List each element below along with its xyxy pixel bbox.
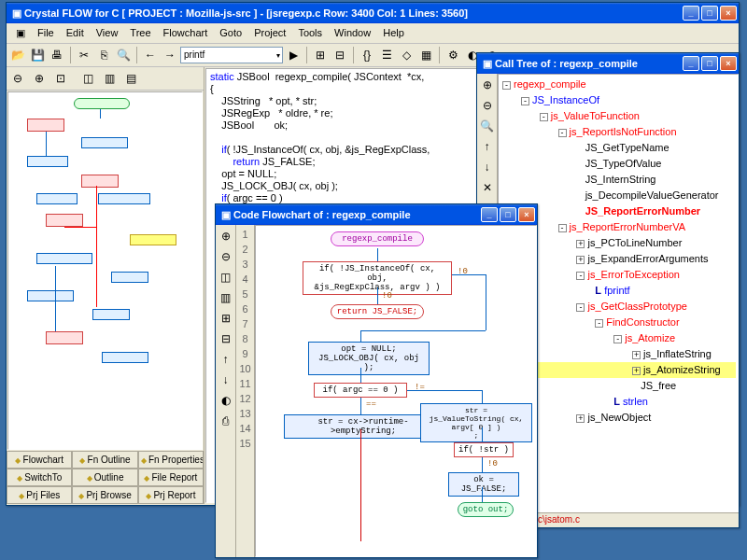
level-marker[interactable]: 12 xyxy=(239,391,250,406)
level-marker[interactable]: 2 xyxy=(242,242,247,257)
tab-fn-outline[interactable]: Fn Outline xyxy=(72,451,137,469)
flowchart-titlebar[interactable]: ▣ Code Flowchart of : regexp_compile _ □… xyxy=(216,204,537,225)
tree-node[interactable]: JS_InternString xyxy=(500,172,736,188)
tab-prj-report[interactable]: Prj Report xyxy=(138,486,204,504)
level-marker[interactable]: 9 xyxy=(242,346,247,361)
app-menu-icon[interactable]: ▣ xyxy=(10,25,31,41)
tool-find-icon[interactable]: 🔍 xyxy=(114,46,133,64)
calltree-titlebar[interactable]: ▣ Call Tree of : regexp_compile _ □ × xyxy=(477,53,739,74)
menu-tools[interactable]: Tools xyxy=(292,25,328,41)
tree-node[interactable]: JS_GetTypeName xyxy=(500,140,736,156)
node-proc4[interactable]: ok = JS_FALSE; xyxy=(448,472,519,497)
tool-fwd-icon[interactable]: → xyxy=(161,46,179,64)
level-marker[interactable]: 6 xyxy=(242,301,247,316)
tool-b-icon[interactable]: ⊟ xyxy=(331,46,349,64)
fw-2-icon[interactable]: ▥ xyxy=(217,288,235,307)
menu-tree[interactable]: Tree xyxy=(124,25,156,41)
node-if3[interactable]: if( !str ) xyxy=(454,442,514,457)
menu-edit[interactable]: Edit xyxy=(61,25,90,41)
level-marker[interactable]: 15 xyxy=(239,436,250,451)
tab-prj-browse[interactable]: Prj Browse xyxy=(72,486,137,504)
tool-open-icon[interactable]: 📂 xyxy=(8,46,27,64)
tool-back-icon[interactable]: ← xyxy=(141,46,160,64)
tab-outline[interactable]: Outline xyxy=(72,469,137,486)
tool-flow-icon[interactable]: ◇ xyxy=(397,46,416,64)
menu-help[interactable]: Help xyxy=(377,25,410,41)
menu-project[interactable]: Project xyxy=(248,25,291,41)
fw-minimize-button[interactable]: _ xyxy=(481,207,498,222)
maximize-button[interactable]: □ xyxy=(701,6,718,21)
tool-cut-icon[interactable]: ✂ xyxy=(75,46,93,64)
level-marker[interactable]: 11 xyxy=(239,376,250,391)
fw-down-icon[interactable]: ↓ xyxy=(217,371,235,389)
fw-up-icon[interactable]: ↑ xyxy=(217,350,235,369)
tree-node[interactable]: JS_TypeOfValue xyxy=(500,156,736,172)
fw-1-icon[interactable]: ◫ xyxy=(217,268,235,287)
layer1-icon[interactable]: ◫ xyxy=(78,69,97,88)
tree-node[interactable]: js_DecompileValueGenerator xyxy=(500,188,736,203)
flowchart-canvas[interactable]: regexp_compile if( !JS_InstanceOf( cx, o… xyxy=(255,225,537,557)
tool-save-icon[interactable]: 💾 xyxy=(28,46,47,64)
fw-maximize-button[interactable]: □ xyxy=(500,207,516,222)
zoom-fit-icon[interactable]: ⊡ xyxy=(51,69,70,88)
node-proc2[interactable]: str = cx->runtime->emptyString; xyxy=(284,414,443,439)
tab-file-report[interactable]: File Report xyxy=(138,469,204,486)
level-marker[interactable]: 10 xyxy=(239,361,250,376)
zoom-out-icon[interactable]: ⊖ xyxy=(8,69,27,88)
tab-fn-properties[interactable]: Fn Properties xyxy=(138,451,204,469)
node-start[interactable]: regexp_compile xyxy=(331,231,424,246)
node-proc1[interactable]: opt = NULL; JS_LOCK_OBJ( cx, obj ); xyxy=(308,342,430,375)
fw-zoom-out-icon[interactable]: ⊖ xyxy=(217,247,235,266)
ct-find-icon[interactable]: 🔍 xyxy=(478,117,497,135)
tab-flowchart[interactable]: Flowchart xyxy=(7,451,72,469)
tab-prj-files[interactable]: Prj Files xyxy=(7,486,72,504)
close-button[interactable]: × xyxy=(720,6,737,21)
menu-goto[interactable]: Goto xyxy=(214,25,247,41)
fw-zoom-in-icon[interactable]: ⊕ xyxy=(217,227,235,245)
layer3-icon[interactable]: ▤ xyxy=(121,69,140,88)
menu-file[interactable]: File xyxy=(32,25,60,41)
tree-node[interactable]: -regexp_compile xyxy=(500,77,736,92)
tool-print-icon[interactable]: 🖶 xyxy=(48,46,66,64)
ct-close-button[interactable]: × xyxy=(720,56,737,71)
node-goto[interactable]: goto out; xyxy=(458,502,514,517)
flowchart-overview[interactable] xyxy=(7,91,203,450)
level-marker[interactable]: 1 xyxy=(242,227,247,242)
tool-copy-icon[interactable]: ⎘ xyxy=(94,46,113,64)
ct-maximize-button[interactable]: □ xyxy=(701,56,718,71)
minimize-button[interactable]: _ xyxy=(683,6,699,21)
zoom-in-icon[interactable]: ⊕ xyxy=(30,69,49,88)
tool-tree-icon[interactable]: ☰ xyxy=(377,46,396,64)
ct-up-icon[interactable]: ↑ xyxy=(478,137,497,156)
tool-a-icon[interactable]: ⊞ xyxy=(311,46,330,64)
level-marker[interactable]: 5 xyxy=(242,287,247,301)
node-return[interactable]: return JS_FALSE; xyxy=(331,304,424,319)
level-marker[interactable]: 3 xyxy=(242,257,247,272)
tool-go-icon[interactable]: ▶ xyxy=(284,46,303,64)
node-proc3[interactable]: str = js_ValueToString( cx, argv[ 0 ] ) … xyxy=(420,403,532,442)
fw-5-icon[interactable]: ◐ xyxy=(217,391,235,410)
tree-node[interactable]: -js_ValueToFunction xyxy=(500,108,736,124)
ct-down-icon[interactable]: ↓ xyxy=(478,158,497,176)
fw-close-button[interactable]: × xyxy=(518,207,535,222)
fw-3-icon[interactable]: ⊞ xyxy=(217,309,235,328)
ct-minimize-button[interactable]: _ xyxy=(683,56,699,71)
layer2-icon[interactable]: ▥ xyxy=(100,69,119,88)
tree-node[interactable]: -JS_InstanceOf xyxy=(500,92,736,108)
fw-6-icon[interactable]: ⎙ xyxy=(217,412,235,430)
level-marker[interactable]: 8 xyxy=(242,331,247,346)
menu-window[interactable]: Window xyxy=(329,25,376,41)
main-titlebar[interactable]: ▣ Crystal FLOW for C [ PROJECT : Mozilla… xyxy=(7,3,739,23)
ct-close-icon[interactable]: ✕ xyxy=(478,178,497,197)
tree-node[interactable]: -js_ReportIsNotFunction xyxy=(500,124,736,140)
menu-view[interactable]: View xyxy=(91,25,124,41)
node-if2[interactable]: if( argc == 0 ) xyxy=(314,383,407,398)
level-marker[interactable]: 4 xyxy=(242,272,247,287)
ct-expand-icon[interactable]: ⊕ xyxy=(478,76,497,94)
tool-bracket-icon[interactable]: {} xyxy=(358,46,376,64)
menu-flowchart[interactable]: Flowchart xyxy=(158,25,214,41)
tool-c-icon[interactable]: ▦ xyxy=(416,46,435,64)
tab-switchto[interactable]: SwitchTo xyxy=(7,469,72,486)
level-marker[interactable]: 13 xyxy=(239,406,250,421)
function-combo[interactable]: printf xyxy=(180,47,283,63)
